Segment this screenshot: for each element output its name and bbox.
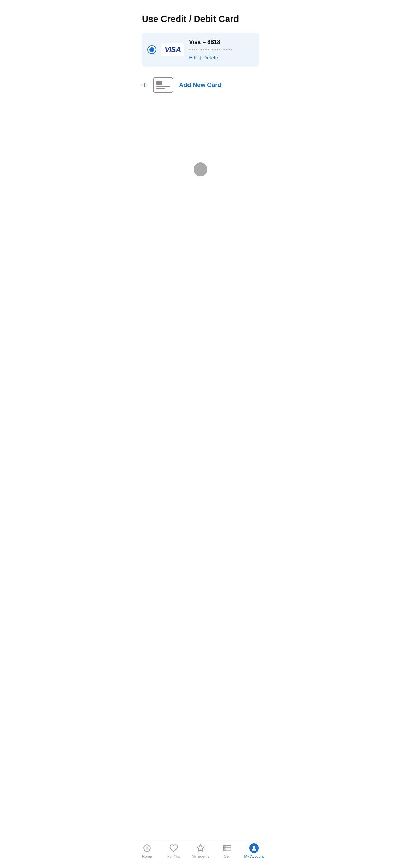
- loading-indicator: [194, 162, 207, 176]
- card-line-full: [156, 86, 170, 87]
- visa-logo-box: VISA: [161, 43, 184, 56]
- card-item: VISA Visa – 8818 •••• •••• •••• •••• Edi…: [142, 33, 259, 67]
- home-icon: [142, 843, 152, 853]
- bottom-nav: Home For You My Events: [134, 840, 267, 868]
- radio-inner: [149, 47, 154, 52]
- main-content: Use Credit / Debit Card VISA Visa – 8818…: [134, 0, 267, 868]
- visa-logo-text: VISA: [165, 45, 181, 54]
- card-line-short: [156, 88, 165, 89]
- svg-point-10: [253, 846, 255, 848]
- nav-item-for-you[interactable]: For You: [160, 843, 187, 858]
- action-separator: |: [200, 55, 201, 60]
- my-account-nav-label: My Account: [244, 854, 264, 858]
- card-actions: Edit | Delete: [189, 55, 233, 60]
- for-you-icon: [169, 843, 179, 853]
- card-radio-button[interactable]: [147, 45, 156, 54]
- card-info: Visa – 8818 •••• •••• •••• •••• Edit | D…: [189, 39, 233, 60]
- for-you-nav-label: For You: [167, 854, 180, 858]
- sell-nav-label: Sell: [224, 854, 230, 858]
- card-name: Visa – 8818: [189, 39, 233, 46]
- nav-item-my-account[interactable]: My Account: [241, 843, 267, 858]
- home-nav-label: Home: [142, 854, 152, 858]
- my-events-icon: [196, 843, 205, 853]
- svg-point-1: [146, 847, 148, 849]
- svg-rect-7: [223, 845, 231, 851]
- page-title: Use Credit / Debit Card: [142, 14, 259, 24]
- card-number-masked: •••• •••• •••• ••••: [189, 47, 233, 52]
- add-icon: +: [142, 80, 147, 90]
- my-events-nav-label: My Events: [192, 854, 209, 858]
- card-lines: [156, 86, 170, 89]
- card-chip: [156, 81, 162, 85]
- card-placeholder-icon: [153, 77, 173, 93]
- add-card-row[interactable]: + Add New Card: [142, 76, 259, 94]
- nav-item-home[interactable]: Home: [134, 843, 160, 858]
- delete-card-button[interactable]: Delete: [203, 55, 218, 60]
- add-card-label[interactable]: Add New Card: [179, 82, 221, 89]
- sell-icon: [222, 843, 232, 853]
- nav-item-sell[interactable]: Sell: [214, 843, 241, 858]
- svg-marker-6: [197, 844, 204, 852]
- nav-item-my-events[interactable]: My Events: [187, 843, 214, 858]
- edit-card-button[interactable]: Edit: [189, 55, 198, 60]
- account-icon-circle: [249, 843, 259, 853]
- my-account-icon: [249, 843, 259, 853]
- page-container: Use Credit / Debit Card VISA Visa – 8818…: [134, 0, 267, 868]
